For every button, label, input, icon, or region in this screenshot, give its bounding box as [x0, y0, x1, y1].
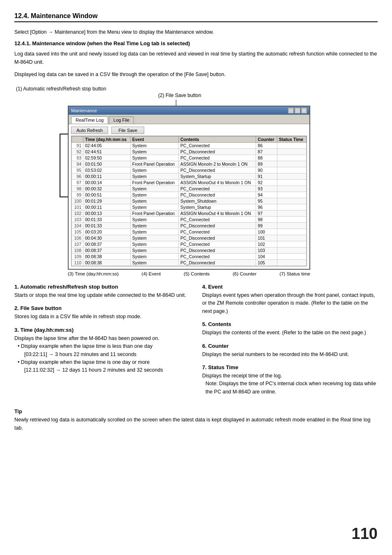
s7-body: Displays the receipt time of the log.	[202, 372, 378, 380]
table-row: 10900:08:38SystemPC_Connected104	[72, 254, 307, 260]
window-title: Maintenance	[71, 108, 97, 113]
table-cell: 00:01:33	[83, 223, 131, 229]
table-cell: 94	[256, 192, 277, 198]
table-row: 11000:08:38SystemPC_Disconnected105	[72, 260, 307, 266]
s1-title: 1. Automatic refresh/Refresh stop button	[14, 284, 190, 290]
restore-btn[interactable]: □	[295, 108, 300, 113]
table-cell	[277, 241, 306, 247]
table-cell	[277, 173, 306, 180]
table-cell: 98	[256, 217, 277, 223]
table-row: 10400:01:33SystemPC_Disconnected99	[72, 223, 307, 229]
table-cell: 99	[256, 223, 277, 229]
table-cell: 97	[256, 210, 277, 217]
table-cell	[277, 161, 306, 167]
table-cell: Front Panel Operation	[130, 161, 178, 167]
table-cell: 00:00:51	[83, 192, 131, 198]
section7: 7. Status Time Displays the receipt time…	[202, 364, 378, 396]
table-cell: 91	[72, 143, 83, 149]
table-cell: 00:03:20	[83, 229, 131, 235]
table-cell: 109	[72, 254, 83, 260]
table-cell: 00:08:38	[83, 254, 131, 260]
table-cell	[277, 192, 306, 198]
table-cell: System	[130, 167, 178, 173]
table-cell: PC_Disconnected	[178, 149, 256, 155]
section1: 1. Automatic refresh/Refresh stop button…	[14, 284, 190, 299]
tip-body: Newly retrieved log data is automaticall…	[14, 417, 370, 431]
section3: 3. Time (day.hh:mm:ss) Displays the laps…	[14, 327, 190, 375]
table-cell	[277, 210, 306, 217]
table-cell: 95	[256, 198, 277, 204]
s3-example2: [12.11:02:32] → 12 days 11 hours 2 minut…	[18, 367, 163, 373]
auto-refresh-button[interactable]: Auto Refresh	[71, 127, 108, 134]
maintenance-window: Maintenance ─ □ ✕ RealTime Log Log File …	[14, 106, 378, 270]
table-cell: 101	[72, 204, 83, 210]
table-row: 10500:03:20SystemPC_Connected100	[72, 229, 307, 235]
table-cell	[277, 180, 306, 186]
table-cell: 101	[256, 235, 277, 241]
table-cell: 86	[256, 143, 277, 149]
col-time: Time (day.hh:mm:ss	[83, 136, 131, 143]
ann-time: (3) Time (day.hh:mm:ss)	[68, 271, 119, 276]
s3-example1: [03:22:11] → 3 hours 22 minutes and 11 s…	[18, 352, 136, 357]
ann-counter: (6) Counter	[233, 271, 256, 276]
desc1: Log data saved into the unit and newly i…	[14, 50, 378, 66]
table-cell: System	[130, 149, 178, 155]
s3-list: Display example when the lapse time is l…	[14, 342, 190, 375]
table-cell: ASSIGN MonoOut 4 to MonoIn 1 ON	[178, 210, 256, 217]
table-cell: System	[130, 223, 178, 229]
table-row: 10300:01:33SystemPC_Connected98	[72, 217, 307, 223]
callout1-label: (1) Automatic refresh/Refresh stop butto…	[16, 86, 378, 92]
s2-body: Stores log data in a CSV file while in r…	[14, 313, 190, 321]
table-row: 9102:44:05SystemPC_Connected86	[72, 143, 307, 149]
table-cell: 03:53:02	[83, 167, 131, 173]
tab-logfile[interactable]: Log File	[109, 116, 134, 124]
table-cell: ASSIGN MonoOut 4 to MonoIn 1 ON	[178, 180, 256, 186]
ann-contents: (5) Contents	[184, 271, 210, 276]
table-cell: 00:00:11	[83, 173, 131, 180]
table-cell: System	[130, 229, 178, 235]
table-cell	[277, 254, 306, 260]
tab-realtime[interactable]: RealTime Log	[71, 116, 108, 124]
s6-body: Displays the serial numbers to be record…	[202, 351, 378, 358]
table-cell: 89	[256, 161, 277, 167]
close-btn[interactable]: ✕	[301, 108, 307, 113]
s7-note: Note: Displays the time of PC's internal…	[202, 380, 378, 396]
table-cell: 94	[72, 161, 83, 167]
table-cell	[277, 235, 306, 241]
table-cell	[277, 204, 306, 210]
table-cell: System	[130, 155, 178, 161]
bottom-annotations: (3) Time (day.hh:mm:ss) (4) Event (5) Co…	[68, 271, 310, 276]
log-table-body: 9102:44:05SystemPC_Connected869202:44:51…	[72, 143, 307, 266]
section5: 5. Contents Displays the contents of the…	[202, 321, 378, 337]
s5-title: 5. Contents	[202, 321, 378, 327]
minimize-btn[interactable]: ─	[288, 108, 294, 113]
table-cell: Front Panel Operation	[130, 180, 178, 186]
table-row: 9700:00:14Front Panel OperationASSIGN Mo…	[72, 180, 307, 186]
s3-title: 3. Time (day.hh:mm:ss)	[14, 327, 190, 333]
table-cell: System	[130, 254, 178, 260]
table-cell: 02:44:05	[83, 143, 131, 149]
table-cell: 106	[72, 235, 83, 241]
page-title: 12.4. Maintenance Window	[14, 12, 378, 22]
s4-body: Displays event types when operation thro…	[202, 291, 378, 315]
table-cell: System	[130, 198, 178, 204]
tip-title: Tip	[14, 409, 22, 414]
table-cell	[277, 229, 306, 235]
maint-titlebar: Maintenance ─ □ ✕	[69, 106, 309, 115]
table-row: 9900:00:51SystemPC_Disconnected94	[72, 192, 307, 198]
table-cell: 02:59:50	[83, 155, 131, 161]
table-cell: 03:01:50	[83, 161, 131, 167]
table-cell	[277, 186, 306, 192]
section2: 2. File Save button Stores log data in a…	[14, 305, 190, 321]
table-cell: 90	[256, 167, 277, 173]
table-cell: System_Startup	[178, 173, 256, 180]
table-cell: 00:08:37	[83, 247, 131, 254]
maint-toolbar: Auto Refresh File Save	[71, 127, 307, 134]
table-cell: 108	[72, 247, 83, 254]
file-save-button[interactable]: File Save	[111, 127, 144, 134]
table-cell: 02:44:51	[83, 149, 131, 155]
table-row: 9403:01:50Front Panel OperationASSIGN Mo…	[72, 161, 307, 167]
col-num	[72, 136, 83, 143]
table-cell: System	[130, 217, 178, 223]
ann-event: (4) Event	[142, 271, 161, 276]
